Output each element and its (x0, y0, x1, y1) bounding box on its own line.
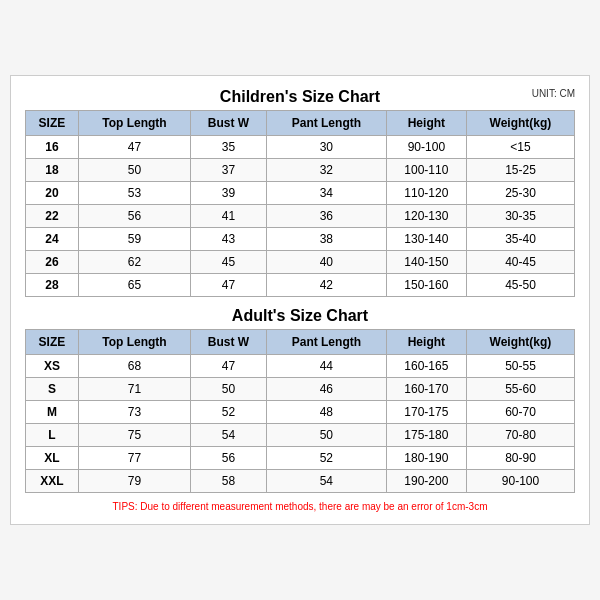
adult-header-row: SIZE Top Length Bust W Pant Length Heigh… (26, 330, 575, 355)
col-header-pant-length: Pant Length (266, 111, 386, 136)
children-title: Children's Size Chart UNIT: CM (25, 88, 575, 106)
col-header-height: Height (386, 111, 466, 136)
adult-col-header-weight: Weight(kg) (466, 330, 574, 355)
table-row: XXL795854190-20090-100 (26, 470, 575, 493)
table-row: 28654742150-16045-50 (26, 274, 575, 297)
adult-title: Adult's Size Chart (25, 307, 575, 325)
table-row: M735248170-17560-70 (26, 401, 575, 424)
children-header-row: SIZE Top Length Bust W Pant Length Heigh… (26, 111, 575, 136)
table-row: 24594338130-14035-40 (26, 228, 575, 251)
col-header-size: SIZE (26, 111, 79, 136)
table-row: 26624540140-15040-45 (26, 251, 575, 274)
tips-text: TIPS: Due to different measurement metho… (25, 501, 575, 512)
col-header-weight: Weight(kg) (466, 111, 574, 136)
adult-col-header-top-length: Top Length (78, 330, 190, 355)
unit-label: UNIT: CM (532, 88, 575, 99)
adult-col-header-height: Height (386, 330, 466, 355)
table-row: XL775652180-19080-90 (26, 447, 575, 470)
table-row: 22564136120-13030-35 (26, 205, 575, 228)
children-table: SIZE Top Length Bust W Pant Length Heigh… (25, 110, 575, 297)
table-row: S715046160-17055-60 (26, 378, 575, 401)
col-header-top-length: Top Length (78, 111, 190, 136)
table-row: 20533934110-12025-30 (26, 182, 575, 205)
chart-container: Children's Size Chart UNIT: CM SIZE Top … (10, 75, 590, 525)
table-row: XS684744160-16550-55 (26, 355, 575, 378)
table-row: 18503732100-11015-25 (26, 159, 575, 182)
adult-col-header-pant-length: Pant Length (266, 330, 386, 355)
adult-col-header-bust-w: Bust W (191, 330, 267, 355)
table-row: L755450175-18070-80 (26, 424, 575, 447)
table-row: 1647353090-100<15 (26, 136, 575, 159)
col-header-bust-w: Bust W (191, 111, 267, 136)
adult-col-header-size: SIZE (26, 330, 79, 355)
adult-table: SIZE Top Length Bust W Pant Length Heigh… (25, 329, 575, 493)
